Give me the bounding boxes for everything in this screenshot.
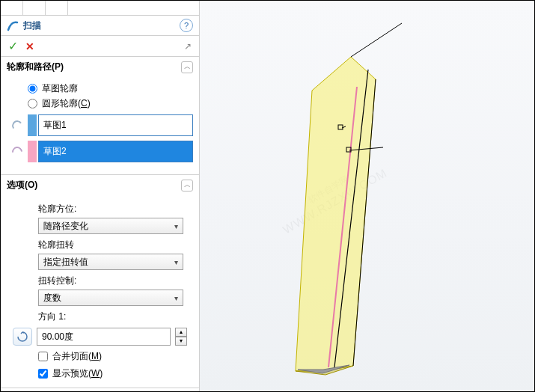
section-title: 选项(O)	[7, 179, 181, 192]
panel-title: 扫描	[23, 19, 180, 32]
panel-header: 扫描 ?	[1, 16, 199, 36]
profile-arc-icon	[7, 117, 28, 134]
tab-1[interactable]	[1, 1, 23, 15]
profile-selection-input[interactable]: 草图1	[38, 114, 193, 136]
reverse-direction-button[interactable]	[13, 328, 32, 346]
collapse-icon[interactable]: ︿	[181, 180, 193, 192]
merge-faces-label: 合并切面(M)	[52, 350, 102, 363]
twist-dropdown[interactable]: 指定扭转值 ▾	[38, 254, 183, 270]
profile-color-swatch	[28, 114, 37, 136]
direction-value-input[interactable]: 90.00度	[37, 328, 171, 346]
direction-row: 90.00度 ▲ ▼	[7, 328, 193, 346]
sweep-preview-geometry	[200, 1, 535, 392]
show-preview-label: 显示预览(W)	[52, 367, 103, 380]
radio-sketch-input[interactable]	[28, 84, 37, 94]
radio-circle-input[interactable]	[28, 99, 37, 108]
property-panel: 扫描 ? ✓ ✕ ↗ 轮廓和路径(P) ︿ 草图轮廓 圆形轮廓(C) 草图1	[1, 1, 200, 391]
radio-sketch-label: 草图轮廓	[42, 82, 78, 95]
help-button[interactable]: ?	[180, 19, 193, 32]
confirm-bar: ✓ ✕ ↗	[1, 36, 199, 57]
sweep-icon	[7, 19, 19, 31]
panel-tabs	[1, 1, 199, 16]
3d-viewport[interactable]: 软件自学网 WWW.RJZXW.COM 轮廓(草图1) 路径(草图2)	[200, 1, 534, 391]
direction-spinner: ▲ ▼	[175, 328, 187, 346]
radio-circle-label: 圆形轮廓(C)	[42, 97, 91, 110]
twist-ctrl-dropdown[interactable]: 度数 ▾	[38, 290, 183, 306]
spin-up-button[interactable]: ▲	[175, 328, 187, 337]
section-title: 轮廓和路径(P)	[7, 61, 181, 73]
show-preview-checkbox[interactable]	[38, 369, 48, 379]
spin-down-button[interactable]: ▼	[175, 337, 187, 346]
twist-ctrl-label: 扭转控制:	[38, 275, 193, 287]
merge-faces-checkbox-row[interactable]: 合并切面(M)	[38, 350, 193, 363]
radio-circle-profile[interactable]: 圆形轮廓(C)	[28, 97, 193, 110]
path-selection-input[interactable]: 草图2	[38, 141, 193, 162]
tab-2[interactable]	[23, 1, 46, 15]
ok-button[interactable]: ✓	[8, 39, 18, 53]
direction-label: 方向 1:	[38, 310, 193, 323]
section-header-options[interactable]: 选项(O) ︿	[1, 175, 199, 195]
collapse-icon[interactable]: ︿	[181, 61, 193, 73]
section-header-profile-path[interactable]: 轮廓和路径(P) ︿	[1, 57, 199, 77]
profile-field-row: 草图1	[7, 114, 193, 136]
pushpin-icon[interactable]: ↗	[184, 41, 192, 52]
twist-label: 轮廓扭转	[38, 239, 193, 251]
show-preview-checkbox-row[interactable]: 显示预览(W)	[38, 367, 193, 380]
path-field-row: 草图2	[7, 141, 193, 162]
dropdown-arrow-icon: ▾	[174, 222, 178, 230]
section-options: 选项(O) ︿ 轮廓方位: 随路径变化 ▾ 轮廓扭转 指定扭转值 ▾ 扭转控制:…	[1, 175, 199, 388]
section-profile-path: 轮廓和路径(P) ︿ 草图轮廓 圆形轮廓(C) 草图1 草图2	[1, 57, 199, 175]
orient-label: 轮廓方位:	[38, 203, 193, 215]
path-color-swatch	[28, 141, 37, 162]
dropdown-arrow-icon: ▾	[174, 258, 178, 266]
merge-faces-checkbox[interactable]	[38, 352, 48, 361]
path-arc-icon	[7, 144, 28, 160]
radio-sketch-profile[interactable]: 草图轮廓	[28, 82, 193, 95]
orient-dropdown[interactable]: 随路径变化 ▾	[38, 218, 183, 234]
cancel-button[interactable]: ✕	[25, 40, 34, 52]
tab-3[interactable]	[46, 1, 68, 15]
dropdown-arrow-icon: ▾	[174, 294, 178, 302]
